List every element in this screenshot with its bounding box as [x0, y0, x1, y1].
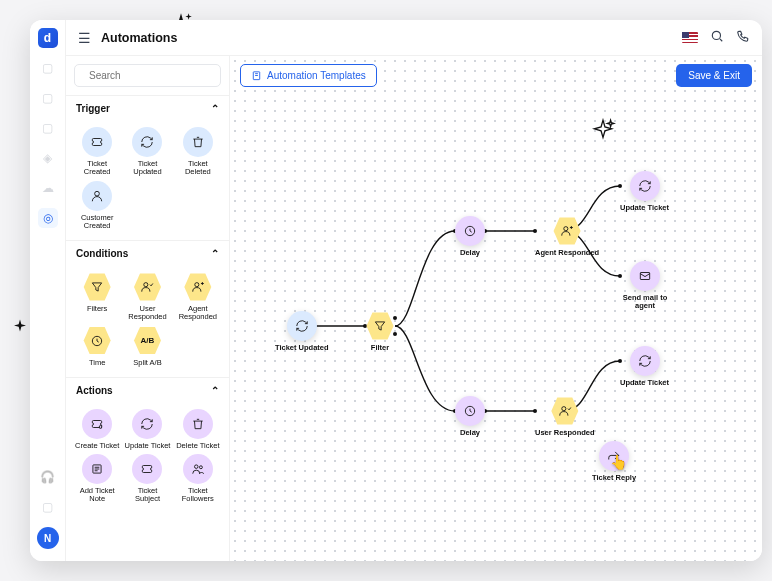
app-logo[interactable]: d [38, 28, 58, 48]
action-ticket-subject[interactable]: Ticket Subject [124, 454, 170, 504]
svg-rect-29 [640, 273, 649, 280]
rail-item-4[interactable]: ◈ [38, 148, 58, 168]
rail-item-2[interactable]: ▢ [38, 88, 58, 108]
action-delete-ticket[interactable]: Delete Ticket [175, 409, 221, 450]
trigger-ticket-created[interactable]: Ticket Created [74, 127, 120, 177]
chevron-up-icon: ⌃ [211, 385, 219, 396]
search-icon[interactable] [710, 29, 724, 46]
rail-settings-icon[interactable]: ▢ [38, 497, 58, 517]
svg-point-9 [199, 466, 202, 469]
workflow-canvas[interactable]: Automation Templates Save & Exit [230, 56, 762, 561]
app-window: d ▢ ▢ ▢ ◈ ☁ ◎ 🎧 ▢ N ☰ Automations [30, 20, 762, 561]
search-input[interactable] [74, 64, 221, 87]
node-send-mail[interactable]: Send mail to agent [620, 261, 670, 311]
templates-button[interactable]: Automation Templates [240, 64, 377, 87]
condition-agent-responded[interactable]: Agent Responded [175, 272, 221, 322]
trigger-ticket-updated[interactable]: Ticket Updated [124, 127, 170, 177]
chevron-up-icon: ⌃ [211, 248, 219, 259]
condition-time[interactable]: Time [74, 326, 120, 367]
nav-rail: d ▢ ▢ ▢ ◈ ☁ ◎ 🎧 ▢ N [30, 20, 66, 561]
action-add-ticket-note[interactable]: Add Ticket Note [74, 454, 120, 504]
section-actions-header[interactable]: Actions ⌃ [66, 377, 229, 403]
node-delay-2[interactable]: Delay [455, 396, 485, 437]
page-title: Automations [101, 31, 177, 45]
cursor-hand-icon: 👆 [610, 454, 627, 470]
rail-item-1[interactable]: ▢ [38, 58, 58, 78]
node-agent-responded[interactable]: Agent Responded [535, 216, 599, 257]
rail-item-3[interactable]: ▢ [38, 118, 58, 138]
topbar: ☰ Automations [66, 20, 762, 56]
svg-point-31 [562, 407, 566, 411]
node-update-ticket-1[interactable]: Update Ticket [620, 171, 669, 212]
palette-sidebar: Trigger ⌃ Ticket Created Ticket Updated … [66, 56, 230, 561]
phone-icon[interactable] [736, 29, 750, 46]
section-trigger-header[interactable]: Trigger ⌃ [66, 95, 229, 121]
svg-point-2 [95, 191, 100, 196]
svg-point-0 [712, 31, 720, 39]
svg-point-28 [564, 227, 568, 231]
action-update-ticket[interactable]: Update Ticket [124, 409, 170, 450]
node-user-responded[interactable]: User Responded [535, 396, 595, 437]
rail-item-automations[interactable]: ◎ [38, 208, 58, 228]
rail-item-5[interactable]: ☁ [38, 178, 58, 198]
avatar[interactable]: N [37, 527, 59, 549]
node-delay-1[interactable]: Delay [455, 216, 485, 257]
section-conditions-header[interactable]: Conditions ⌃ [66, 240, 229, 266]
menu-icon[interactable]: ☰ [78, 30, 91, 46]
condition-user-responded[interactable]: User Responded [124, 272, 170, 322]
flag-icon[interactable] [682, 32, 698, 43]
node-filter[interactable]: Filter [365, 311, 395, 352]
svg-point-4 [195, 283, 199, 287]
save-exit-button[interactable]: Save & Exit [676, 64, 752, 87]
trigger-customer-created[interactable]: Customer Created [74, 181, 120, 231]
action-create-ticket[interactable]: Create Ticket [74, 409, 120, 450]
node-update-ticket-2[interactable]: Update Ticket [620, 346, 669, 387]
svg-point-3 [144, 283, 148, 287]
condition-filters[interactable]: Filters [74, 272, 120, 322]
trigger-ticket-deleted[interactable]: Ticket Deleted [175, 127, 221, 177]
action-ticket-followers[interactable]: Ticket Followers [175, 454, 221, 504]
rail-support-icon[interactable]: 🎧 [38, 467, 58, 487]
node-ticket-updated[interactable]: Ticket Updated [275, 311, 329, 352]
condition-split-ab[interactable]: A/BSplit A/B [124, 326, 170, 367]
svg-point-8 [194, 465, 198, 469]
search-field[interactable] [89, 70, 216, 81]
chevron-up-icon: ⌃ [211, 103, 219, 114]
